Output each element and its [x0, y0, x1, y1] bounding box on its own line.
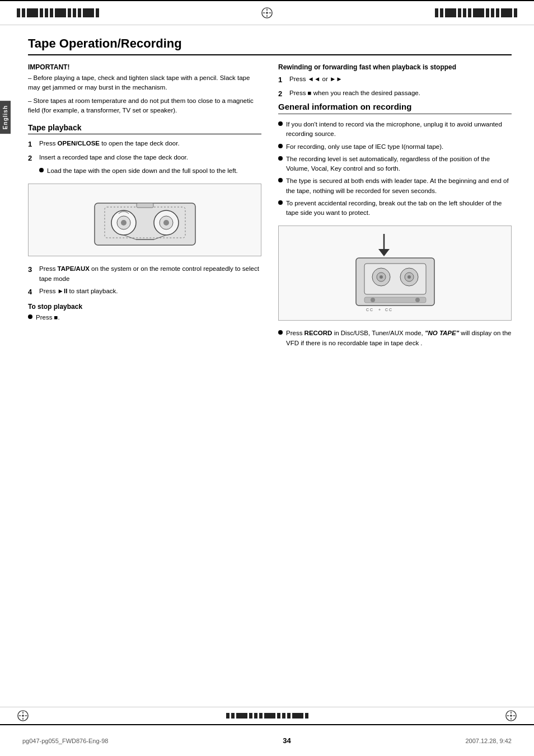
- svg-point-26: [407, 275, 411, 279]
- tape-svg: [83, 189, 207, 251]
- tape-step-1: 1 Press OPEN/CLOSE to open the tape deck…: [28, 139, 261, 150]
- gen-bullet-text-3: The recording level is set automatically…: [286, 154, 512, 174]
- bar12: [96, 8, 99, 17]
- bar1: [17, 8, 20, 17]
- svg-point-23: [380, 275, 383, 279]
- compass-icon-bottom-left: [17, 710, 29, 722]
- bb3: [236, 713, 247, 719]
- right-column: Rewinding or forwarding fast when playba…: [278, 63, 512, 351]
- step-3-number: 3: [28, 264, 36, 284]
- compass-icon-bottom-right: [505, 710, 517, 722]
- device-svg: C C + C C: [345, 231, 446, 315]
- tape-bullet-1-text: Load the tape with the open side down an…: [47, 166, 238, 176]
- rbar5: [463, 8, 466, 17]
- rewind-or: or: [320, 76, 330, 82]
- record-bold: RECORD: [305, 330, 332, 336]
- rewind-step-1-text: Press ◄◄ or ►►: [289, 74, 343, 86]
- bar5: [45, 8, 48, 17]
- bar8: [68, 8, 71, 17]
- bb9: [282, 713, 285, 719]
- gen-bullet-dot-5: [278, 200, 283, 205]
- rewind-step-2-number: 2: [278, 88, 286, 100]
- bar11: [83, 8, 94, 17]
- general-bullet-2: For recording, only use tape of IEC type…: [278, 142, 512, 152]
- top-bar: [0, 0, 534, 25]
- rewinding-title: Rewinding or forwarding fast when playba…: [278, 63, 456, 71]
- stop-playback-section: To stop playback: [28, 303, 261, 311]
- step-1-text: Press OPEN/CLOSE to open the tape deck d…: [39, 139, 180, 150]
- no-tape-text: "NO TAPE": [425, 330, 459, 336]
- bb11: [292, 713, 303, 719]
- svg-point-44: [510, 715, 512, 717]
- open-close-bold: OPEN/CLOSE: [58, 140, 100, 147]
- general-bullet-1: If you don't intend to record via the mi…: [278, 120, 512, 139]
- gen-bullet-dot-4: [278, 178, 283, 182]
- rbar4: [458, 8, 461, 17]
- svg-point-28: [371, 298, 375, 302]
- svg-text:+: +: [378, 308, 381, 312]
- general-bullet-5: To prevent accidental recording, break o…: [278, 199, 512, 218]
- svg-rect-6: [95, 203, 195, 245]
- tape-aux-bold: TAPE/AUX: [58, 265, 90, 272]
- gen-bullet-text-4: The type is secured at both ends with le…: [286, 176, 512, 196]
- stop-bullet: Press ■.: [28, 313, 261, 322]
- rbar1: [435, 8, 438, 17]
- footer-date: 2007.12.28, 9:42: [465, 738, 512, 744]
- bottom-bar: [0, 707, 534, 725]
- right-pattern: [435, 8, 517, 17]
- bullet-dot-1: [39, 168, 44, 172]
- tape-step-2: 2 Insert a recorded tape and close the t…: [28, 153, 261, 164]
- bb10: [287, 713, 291, 719]
- step-1-suffix: to open the tape deck door.: [100, 140, 180, 147]
- step-2-text: Insert a recorded tape and close the tap…: [39, 153, 188, 164]
- rewind-step-2: 2 Press ■ when you reach the desired pas…: [278, 88, 512, 100]
- rbar11: [501, 8, 512, 17]
- rbar2: [440, 8, 443, 17]
- bb7: [264, 713, 275, 719]
- bar10: [78, 8, 81, 17]
- tape-step-3: 3 Press TAPE/AUX on the system or on the…: [28, 264, 261, 284]
- bottom-bar-left-pattern: [226, 713, 308, 719]
- important-text-1: – Before playing a tape, check and tight…: [28, 73, 261, 93]
- tape-playback-header: Tape playback: [28, 123, 261, 134]
- stop-playback-title: To stop playback: [28, 303, 261, 311]
- step-3-text: Press TAPE/AUX on the system or on the r…: [39, 264, 261, 284]
- compass-icon-left: [261, 7, 273, 19]
- gen-bullet-dot-3: [278, 156, 283, 161]
- bar2: [22, 8, 25, 17]
- main-content: Tape Operation/Recording IMPORTANT! – Be…: [0, 25, 534, 362]
- step-4-number: 4: [28, 287, 36, 298]
- step-2-number: 2: [28, 153, 36, 164]
- rewind-step-1-number: 1: [278, 74, 286, 86]
- rewind-step-1: 1 Press ◄◄ or ►►: [278, 74, 512, 86]
- bb12: [305, 713, 308, 719]
- rbar8: [486, 8, 489, 17]
- footer: pg047-pg055_FWD876-Eng-98 34 2007.12.28,…: [22, 736, 512, 745]
- stop-bullet-dot: [28, 314, 32, 319]
- svg-text:C C: C C: [385, 308, 392, 312]
- gen-bullet-text-5: To prevent accidental recording, break o…: [286, 199, 512, 218]
- bb6: [259, 713, 263, 719]
- bar9: [73, 8, 76, 17]
- left-pattern: [17, 8, 99, 17]
- step-4-suffix: to start playback.: [67, 288, 118, 294]
- bar6: [50, 8, 53, 17]
- rewinding-header: Rewinding or forwarding fast when playba…: [278, 63, 512, 71]
- gen-bullet-dot-2: [278, 144, 283, 148]
- general-bullet-4: The type is secured at both ends with le…: [278, 176, 512, 196]
- rbar7: [473, 8, 484, 17]
- bb2: [231, 713, 235, 719]
- important-title: IMPORTANT!: [28, 63, 261, 71]
- svg-point-38: [22, 715, 24, 717]
- general-bullet-6: Press RECORD in Disc/USB, Tuner/AUX mode…: [278, 328, 512, 348]
- gen-bullet-text-2: For recording, only use tape of IEC type…: [286, 142, 443, 152]
- rbar6: [468, 8, 471, 17]
- rewind-step-2-text: Press ■ when you reach the desired passa…: [289, 88, 420, 100]
- step-1-number: 1: [28, 139, 36, 150]
- svg-point-9: [121, 220, 127, 226]
- footer-page-number: 34: [283, 736, 291, 745]
- bar7: [55, 8, 66, 17]
- gen-bullet-text-1: If you don't intend to record via the mi…: [286, 120, 512, 139]
- bb1: [226, 713, 229, 719]
- svg-rect-16: [137, 203, 153, 208]
